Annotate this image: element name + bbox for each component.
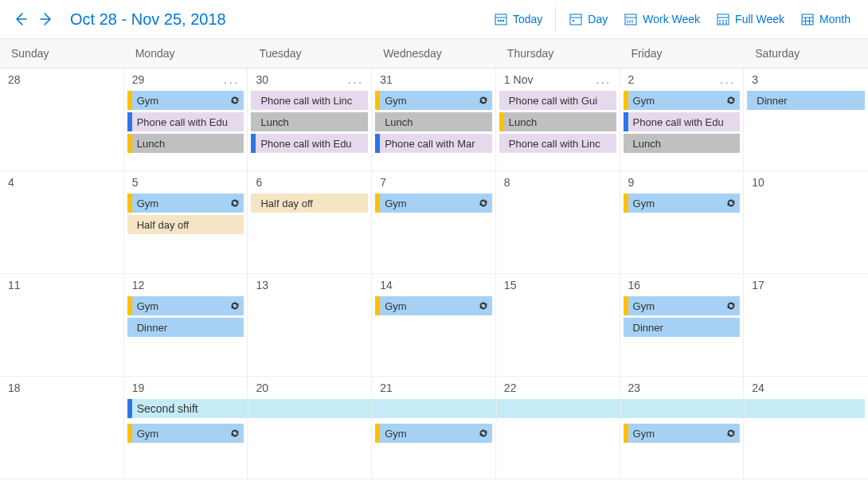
day-cell-lower[interactable] (0, 422, 124, 479)
day-cell-lower[interactable]: Gym (620, 422, 745, 479)
day-view-button[interactable]: Day (561, 7, 616, 31)
day-cell[interactable]: 3Dinner (744, 68, 868, 171)
calendar-event[interactable]: Gym (375, 296, 492, 315)
date-number: 31 (372, 68, 495, 89)
month-label: Month (819, 13, 850, 25)
toolbar: Oct 28 - Nov 25, 2018 Today Day Work Wee… (0, 0, 868, 38)
svg-rect-21 (802, 14, 813, 25)
day-header: Thursday (496, 39, 620, 68)
calendar-event[interactable]: Gym (624, 424, 741, 443)
day-cell[interactable]: 6Half day off (248, 171, 372, 274)
day-cell[interactable]: 14Gym (372, 274, 496, 377)
calendar-event[interactable]: Lunch (624, 134, 741, 153)
overflow-indicator[interactable]: ... (348, 76, 363, 84)
calendar-event[interactable]: Half day off (127, 215, 244, 234)
calendar-event[interactable]: Phone call with Gui (499, 91, 616, 110)
calendar-event[interactable]: Gym (375, 424, 492, 443)
arrow-right-icon (38, 11, 54, 27)
calendar-event[interactable]: Lunch (499, 112, 616, 131)
day-cell[interactable]: 11 (0, 274, 124, 377)
recurring-icon (478, 300, 489, 311)
fullweek-view-button[interactable]: Full Week (708, 7, 792, 31)
day-cell[interactable]: 17 (744, 274, 868, 377)
calendar-event[interactable]: Phone call with Edu (127, 112, 244, 131)
day-cell-lower[interactable] (248, 422, 372, 479)
calendar-event[interactable]: Phone call with Edu (624, 112, 741, 131)
day-cell-lower[interactable] (496, 422, 620, 479)
day-cell[interactable]: 7Gym (372, 171, 496, 274)
day-cell[interactable]: 15 (496, 274, 620, 377)
calendar-event[interactable]: Dinner (624, 318, 741, 337)
day-cell[interactable]: 24 (744, 377, 868, 399)
workweek-label: Work Week (643, 13, 700, 25)
today-button[interactable]: Today (486, 7, 550, 31)
day-cell[interactable]: 22 (496, 377, 620, 399)
calendar-event[interactable]: Lunch (251, 112, 368, 131)
calendar-event[interactable]: Gym (127, 91, 244, 110)
calendar-event[interactable]: Lunch (127, 134, 244, 153)
date-number: 7 (372, 171, 495, 192)
event-category-bar (127, 134, 132, 153)
day-cell[interactable]: 23 (620, 377, 745, 399)
day-cell[interactable]: 19 (124, 377, 248, 399)
calendar-event[interactable]: Dinner (127, 318, 244, 337)
calendar-event[interactable]: Dinner (747, 91, 865, 110)
fullweek-label: Full Week (735, 13, 784, 25)
day-cell[interactable]: 12GymDinner (124, 274, 248, 377)
event-label: Gym (633, 198, 725, 209)
day-cell[interactable]: 2...GymPhone call with EduLunch (620, 68, 745, 171)
day-cell[interactable]: 20 (248, 377, 372, 399)
svg-point-3 (500, 20, 502, 22)
overflow-indicator[interactable]: ... (720, 76, 735, 84)
calendar-event[interactable]: Gym (127, 424, 244, 443)
day-cell[interactable]: 4 (0, 171, 124, 274)
calendar-event[interactable]: Half day off (251, 194, 368, 213)
calendar-event[interactable]: Gym (127, 296, 244, 315)
calendar-event[interactable]: Lunch (375, 112, 492, 131)
date-number: 17 (744, 274, 868, 295)
workweek-view-button[interactable]: Work Week (616, 7, 708, 31)
divider (555, 6, 556, 32)
date-range-title[interactable]: Oct 28 - Nov 25, 2018 (70, 10, 226, 29)
calendar-event[interactable]: Phone call with Mar (375, 134, 492, 153)
overflow-indicator[interactable]: ... (596, 76, 611, 84)
next-button[interactable] (35, 8, 57, 30)
day-cell[interactable]: 18 (0, 377, 124, 399)
date-number: 30... (248, 68, 371, 89)
day-cell[interactable]: 21 (372, 377, 496, 399)
calendar-event[interactable]: Gym (624, 91, 741, 110)
date-number: 24 (744, 377, 868, 397)
calendar-event[interactable]: Phone call with Linc (251, 91, 368, 110)
calendar-event[interactable]: Gym (375, 91, 492, 110)
calendar-event[interactable]: Gym (375, 194, 492, 213)
day-cell-lower[interactable]: Gym (124, 422, 248, 479)
event-label: Phone call with Gui (509, 95, 613, 107)
day-cell[interactable]: 8 (496, 171, 620, 274)
day-cell[interactable]: 9Gym (620, 171, 745, 274)
day-cell[interactable]: 1 Nov...Phone call with GuiLunchPhone ca… (496, 68, 620, 171)
day-cell[interactable]: 13 (248, 274, 372, 377)
month-view-button[interactable]: Month (792, 7, 858, 31)
day-cell[interactable]: 16GymDinner (620, 274, 745, 377)
day-cell-lower[interactable]: Gym (372, 422, 496, 479)
day-cell[interactable]: 10 (744, 171, 868, 274)
recurring-icon (229, 428, 240, 439)
calendar-event[interactable]: Phone call with Edu (251, 134, 368, 153)
calendar-event[interactable]: Gym (624, 194, 741, 213)
day-cell[interactable]: 5GymHalf day off (124, 171, 248, 274)
event-category-bar (624, 424, 628, 443)
overflow-indicator[interactable]: ... (224, 76, 239, 84)
day-cell[interactable]: 31GymLunchPhone call with Mar (372, 68, 496, 171)
event-label: Gym (137, 428, 229, 440)
calendar-event[interactable]: Gym (624, 296, 741, 315)
event-label: Dinner (137, 322, 241, 334)
recurring-icon (229, 300, 240, 311)
day-cell[interactable]: 30...Phone call with LincLunchPhone call… (248, 68, 372, 171)
date-number: 3 (744, 68, 868, 89)
day-cell-lower[interactable] (744, 422, 868, 479)
calendar-event[interactable]: Gym (127, 194, 244, 213)
day-cell[interactable]: 28 (0, 68, 124, 171)
calendar-event[interactable]: Phone call with Linc (499, 134, 616, 153)
day-cell[interactable]: 29...GymPhone call with EduLunch (124, 68, 248, 171)
prev-button[interactable] (10, 8, 32, 30)
